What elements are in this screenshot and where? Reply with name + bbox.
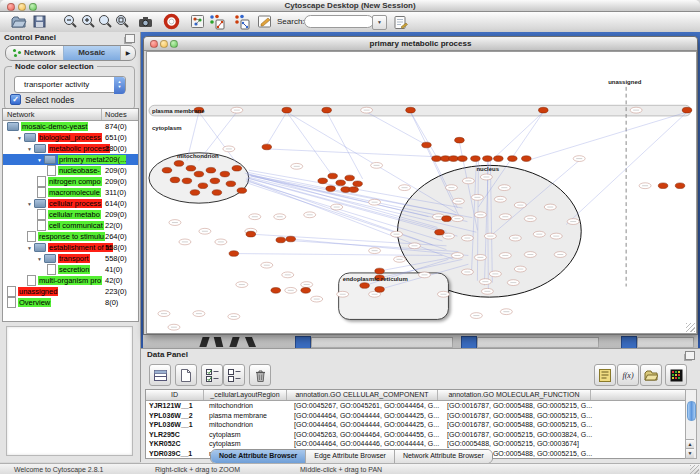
gene-node[interactable] bbox=[675, 183, 685, 189]
gene-node[interactable] bbox=[483, 156, 493, 162]
minimize-view-button[interactable] bbox=[160, 40, 168, 48]
tree-row[interactable]: cellular metabo209(0) bbox=[3, 209, 138, 220]
gene-node[interactable] bbox=[336, 180, 346, 186]
attribute-list-icon[interactable] bbox=[594, 364, 616, 386]
close-view-button[interactable] bbox=[150, 40, 158, 48]
gene-node[interactable] bbox=[301, 288, 311, 294]
gene-node[interactable] bbox=[682, 107, 692, 113]
gene-node[interactable] bbox=[471, 156, 481, 162]
gene-node[interactable] bbox=[276, 237, 286, 243]
gene-node[interactable] bbox=[162, 167, 172, 173]
save-icon[interactable] bbox=[31, 13, 48, 30]
gene-node[interactable] bbox=[237, 188, 247, 194]
gene-node[interactable] bbox=[328, 173, 338, 179]
col-header-molecular-function[interactable]: annotation.GO MOLECULAR_FUNCTION bbox=[438, 390, 591, 400]
function-builder-icon[interactable]: f(x) bbox=[617, 364, 639, 386]
gene-node[interactable] bbox=[186, 165, 196, 171]
zoom-in-icon[interactable] bbox=[80, 13, 97, 30]
gene-node[interactable] bbox=[190, 190, 200, 196]
close-window-button[interactable] bbox=[7, 3, 15, 11]
gene-node[interactable] bbox=[182, 178, 192, 184]
expand-arrow-icon[interactable]: ▼ bbox=[25, 201, 34, 207]
gene-node[interactable] bbox=[658, 183, 668, 189]
gene-node[interactable] bbox=[449, 156, 459, 162]
gene-node[interactable] bbox=[170, 177, 180, 183]
gene-node[interactable] bbox=[174, 161, 184, 167]
expand-arrow-icon[interactable]: ▼ bbox=[25, 146, 34, 152]
snapshot-camera-icon[interactable] bbox=[137, 13, 154, 30]
gene-node[interactable] bbox=[286, 236, 296, 242]
expand-arrow-icon[interactable]: ▼ bbox=[35, 157, 44, 163]
gene-node[interactable] bbox=[282, 107, 292, 113]
gene-node[interactable] bbox=[206, 167, 216, 173]
zoom-out-icon[interactable] bbox=[62, 13, 79, 30]
tree-row[interactable]: multi-organism pro42(0) bbox=[3, 275, 138, 286]
help-lifering-icon[interactable] bbox=[163, 13, 180, 30]
node-color-dropdown[interactable]: transporter activity ▲▼ bbox=[14, 76, 126, 93]
zoom-selected-icon[interactable] bbox=[97, 13, 114, 30]
tree-row[interactable]: ▼cellular process614(0) bbox=[3, 198, 138, 209]
expand-arrow-icon[interactable]: ▼ bbox=[35, 256, 44, 262]
scroll-down-icon[interactable]: ▼ bbox=[686, 448, 694, 458]
attribute-table-header[interactable]: ID _cellularLayoutRegion annotation.GO C… bbox=[146, 390, 686, 401]
tab-network[interactable]: Network bbox=[6, 46, 63, 60]
table-row[interactable]: YPL036W__1mitochondrion[GO:0044464, GO:0… bbox=[146, 420, 686, 430]
gene-node[interactable] bbox=[212, 190, 222, 196]
network-overview-icon[interactable] bbox=[189, 13, 206, 30]
table-cell[interactable]: plasma membrane bbox=[206, 411, 291, 421]
new-attribute-icon[interactable] bbox=[175, 364, 197, 386]
background-window-fragment[interactable] bbox=[637, 337, 694, 348]
table-cell[interactable]: [GO:0044464, GO:0044444, GO:0044425, G..… bbox=[291, 420, 444, 430]
table-cell[interactable]: [GO:0045263, GO:0044464, GO:0044455, G..… bbox=[291, 430, 444, 440]
tab-network-attribute-browser[interactable]: Network Attribute Browser bbox=[395, 450, 492, 463]
gene-node[interactable] bbox=[432, 156, 442, 162]
table-cell[interactable]: YKR052C bbox=[146, 439, 206, 449]
tree-row[interactable]: secretion41(0) bbox=[3, 264, 138, 275]
table-row[interactable]: YPL036W__2plasma membrane[GO:0044464, GO… bbox=[146, 411, 686, 421]
column-divider[interactable] bbox=[101, 109, 102, 120]
gene-node[interactable] bbox=[375, 268, 385, 274]
network-window-titlebar[interactable]: primary metabolic process bbox=[144, 37, 697, 51]
search-input[interactable] bbox=[304, 15, 374, 28]
background-window-fragment[interactable] bbox=[477, 337, 599, 348]
tree-row[interactable]: nucleobase-209(0) bbox=[3, 165, 138, 176]
annotation-icon[interactable] bbox=[256, 13, 273, 30]
table-row[interactable]: YKR052Ccytoplasm[GO:0044464, GO:0044446,… bbox=[146, 439, 686, 449]
background-window-fragment[interactable] bbox=[461, 336, 477, 348]
layout-edges-icon[interactable] bbox=[233, 13, 250, 30]
gene-node[interactable] bbox=[345, 175, 355, 181]
table-cell[interactable]: YLR295C bbox=[146, 430, 206, 440]
table-row[interactable]: YLR295Ccytoplasm[GO:0045263, GO:0044464,… bbox=[146, 430, 686, 440]
gene-node[interactable] bbox=[226, 181, 236, 187]
tree-row[interactable]: ▼establishment of lo558(0) bbox=[3, 242, 138, 253]
table-cell[interactable]: [GO:0016787, GO:0005488, GO:0005215, G..… bbox=[444, 411, 599, 421]
float-panel-icon[interactable] bbox=[125, 34, 135, 43]
table-row[interactable]: YJR121W__1mitochondrion[GO:0045267, GO:0… bbox=[146, 401, 686, 411]
tree-row[interactable]: mosaic-demo-yeast874(0) bbox=[3, 121, 138, 132]
tree-row[interactable]: nitrogen compo209(0) bbox=[3, 176, 138, 187]
matrix-heatmap-icon[interactable] bbox=[665, 364, 687, 386]
gene-node[interactable] bbox=[326, 186, 336, 192]
table-cell[interactable]: YPL036W__2 bbox=[146, 411, 206, 421]
gene-node[interactable] bbox=[375, 287, 385, 293]
annotation-tool-icon[interactable] bbox=[392, 14, 409, 31]
background-window-fragment[interactable] bbox=[311, 337, 453, 348]
gene-node[interactable] bbox=[349, 187, 359, 193]
tree-row[interactable]: macromolecule311(0) bbox=[3, 187, 138, 198]
table-cell[interactable]: [GO:0016787, GO:0005488, GO:0005215, G..… bbox=[444, 420, 599, 430]
plasma-membrane-region[interactable] bbox=[149, 105, 691, 116]
select-nodes-checkbox[interactable]: ✓ bbox=[10, 94, 21, 105]
gene-node[interactable] bbox=[210, 178, 220, 184]
attribute-table-icon[interactable] bbox=[149, 364, 171, 386]
table-cell[interactable]: [GO:0044464, GO:0044446, GO:0044444, G..… bbox=[291, 439, 444, 449]
resize-grip-icon[interactable] bbox=[686, 323, 695, 332]
unselect-attributes-icon[interactable] bbox=[223, 364, 245, 386]
gene-node[interactable] bbox=[194, 171, 204, 177]
float-panel-icon[interactable] bbox=[685, 351, 695, 360]
tab-overflow-arrow[interactable]: ▶ bbox=[120, 46, 135, 60]
open-folder-icon[interactable] bbox=[10, 13, 27, 30]
scrollbar-thumb[interactable] bbox=[687, 401, 696, 421]
gene-node[interactable] bbox=[406, 107, 416, 113]
table-cell[interactable]: [GO:0016787, GO:0005215, GO:0003824, G..… bbox=[444, 430, 599, 440]
gene-node[interactable] bbox=[271, 288, 281, 294]
